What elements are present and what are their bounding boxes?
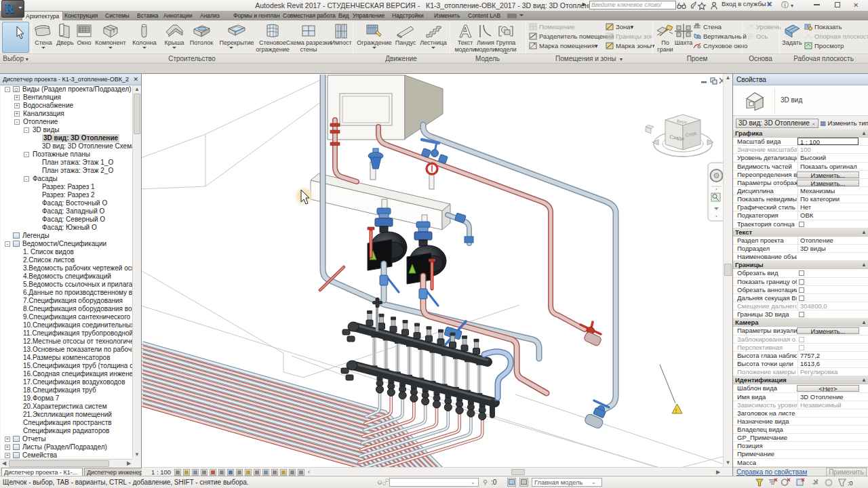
svg-text::0: :0 bbox=[848, 480, 853, 487]
svg-text:!: ! bbox=[675, 407, 677, 414]
